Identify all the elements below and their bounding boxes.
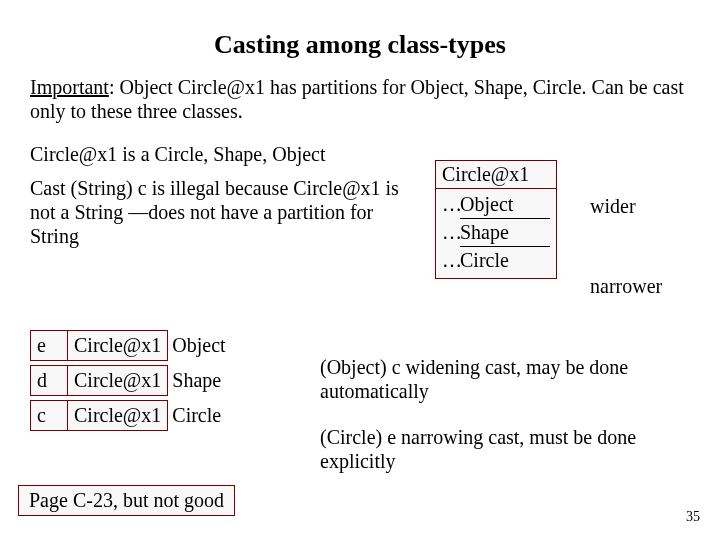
important-paragraph: Important: Object Circle@x1 has partitio… <box>30 75 690 123</box>
partition-stack: Circle@x1 … Object … Shape … Circle <box>435 160 557 279</box>
table-row: d Circle@x1 Shape <box>30 365 226 396</box>
page-number: 35 <box>686 509 700 525</box>
important-lead: Important <box>30 76 109 98</box>
isa-line: Circle@x1 is a Circle, Shape, Object <box>30 143 690 166</box>
important-rest: : Object Circle@x1 has partitions for Ob… <box>30 76 684 122</box>
partition-class: Object <box>460 193 513 216</box>
divider <box>460 218 550 219</box>
var-name: c <box>30 400 68 431</box>
page-title: Casting among class-types <box>0 30 720 60</box>
footnote-box: Page C-23, but not good <box>18 485 235 516</box>
var-type: Shape <box>172 369 221 392</box>
partition-header: Circle@x1 <box>435 160 557 189</box>
var-value: Circle@x1 <box>67 365 168 396</box>
narrowing-cast-note: (Circle) e narrowing cast, must be done … <box>320 425 710 473</box>
partition-class: Circle <box>460 249 509 272</box>
dots: … <box>442 249 460 272</box>
table-row: e Circle@x1 Object <box>30 330 226 361</box>
var-type: Object <box>172 334 225 357</box>
partition-row: … Circle <box>442 249 550 272</box>
var-type: Circle <box>172 404 221 427</box>
widening-cast-note: (Object) c widening cast, may be done au… <box>320 355 710 403</box>
var-name: e <box>30 330 68 361</box>
partition-class: Shape <box>460 221 509 244</box>
var-name: d <box>30 365 68 396</box>
narrower-label: narrower <box>590 275 662 298</box>
variable-table: e Circle@x1 Object d Circle@x1 Shape c C… <box>30 330 226 435</box>
table-row: c Circle@x1 Circle <box>30 400 226 431</box>
partition-row: … Shape <box>442 221 550 244</box>
divider <box>460 246 550 247</box>
dots: … <box>442 221 460 244</box>
partition-row: … Object <box>442 193 550 216</box>
dots: … <box>442 193 460 216</box>
illegal-cast-paragraph: Cast (String) c is illegal because Circl… <box>30 176 410 248</box>
var-value: Circle@x1 <box>67 400 168 431</box>
wider-label: wider <box>590 195 636 218</box>
var-value: Circle@x1 <box>67 330 168 361</box>
